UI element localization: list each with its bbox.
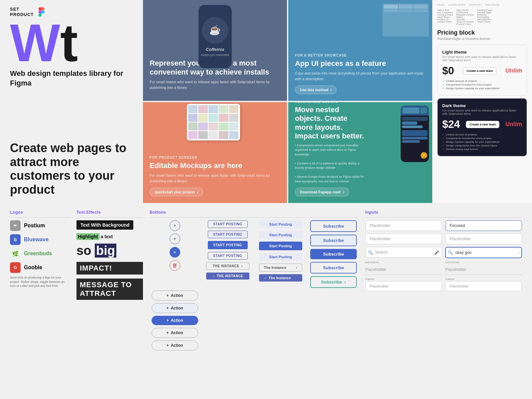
- light-theme-desc: For smart teams who want to release appl…: [442, 55, 522, 62]
- logo-list: ✏ Postium b Bluewave 🌿 Greenbuds G Goobl…: [10, 220, 70, 273]
- hero-t: t: [60, 20, 78, 66]
- material-input-1[interactable]: Placeholder: [365, 265, 442, 275]
- te-normal-text: a text: [99, 234, 113, 239]
- action-outline-btn-1[interactable]: +Action: [152, 291, 198, 300]
- pricing-header: Pricing block: [437, 29, 527, 36]
- start-posting-outline-2[interactable]: START POSTING: [208, 231, 248, 238]
- placeholder-input-2[interactable]: Placeholder: [365, 234, 442, 244]
- card-3-cta[interactable]: Quickstart your project ›: [150, 188, 203, 196]
- instance-outline-btn[interactable]: THE INSTANCE ›: [206, 262, 249, 270]
- hero-subtitle: Web design templates library for Figma: [10, 69, 133, 88]
- card-mockups: FOR PRODUCT SCREENS Editable Mockups are…: [143, 102, 287, 203]
- showcase-mockup: [382, 3, 429, 37]
- te-big-so: so: [76, 244, 91, 258]
- card-3-label: FOR PRODUCT SCREENS: [150, 156, 280, 159]
- pricing-panel: Footer LEARN MORE SUPPORT Web Design Tak…: [432, 0, 532, 203]
- light-theme-price: $0: [442, 65, 454, 77]
- material-label-1: MATERIAL: [365, 261, 442, 264]
- text-effects-section: Text Effects Text With Background Highli…: [76, 210, 143, 392]
- subscribe-outline-btn-1[interactable]: Subscribe: [310, 220, 357, 232]
- greenbuds-name: Greenbuds: [24, 251, 52, 257]
- tablet-mockup: [187, 104, 243, 144]
- the-instance-dark-btn[interactable]: ←The Instance: [259, 274, 302, 282]
- focused-input[interactable]: Focused: [445, 220, 522, 231]
- action-outline-btn-2[interactable]: +Action: [152, 303, 198, 313]
- list-item: message to attract: [76, 279, 143, 300]
- start-posting-outline-1[interactable]: START POSTING: [208, 220, 248, 228]
- start-posting-light-2[interactable]: Start Posting: [259, 231, 302, 239]
- hero-cta: Create web pages to attract more custome…: [10, 141, 133, 196]
- greenbuds-icon: 🌿: [10, 248, 21, 259]
- card-1-desc: For smart teams who want to release apps…: [150, 79, 280, 90]
- material-wrapper-1: MATERIAL Placeholder: [365, 261, 442, 275]
- placeholder-input-3[interactable]: Placeholder: [445, 234, 522, 244]
- caption-wrapper-2: Caption Placeholder: [445, 278, 522, 291]
- subscribe-outline-btn-2[interactable]: Subscribe: [310, 235, 357, 246]
- card-rescalable: 🔔 RESCALABLE BLOCKS Move nested objects.…: [288, 102, 432, 203]
- subscribe-outline-btn-3[interactable]: Subscribe: [310, 262, 357, 274]
- brand-name-line1: SET: [10, 7, 34, 12]
- arrow-right-icon: ›: [519, 251, 520, 255]
- start-posting-light-3[interactable]: Start Posting: [259, 253, 302, 261]
- bluewave-icon: b: [10, 234, 21, 245]
- buttons-col-2: START POSTING START POSTING START POSTIN…: [202, 220, 253, 288]
- card-4-cta[interactable]: Download Fapapp now! ›: [295, 188, 349, 196]
- start-posting-solid-1[interactable]: START POSTING: [208, 241, 248, 249]
- logos-section: Logos ✏ Postium b Bluewave 🌿 Greenbuds G…: [10, 210, 70, 392]
- card-3-desc: For smart teams who want to release apps…: [150, 173, 280, 184]
- action-outline-btn-3[interactable]: +Action: [152, 328, 198, 338]
- dark-theme-desc: For smart teams who want to release appl…: [442, 109, 522, 115]
- logos-desc: Save time on producing a logo for your p…: [10, 276, 70, 288]
- circle-plus-filled-btn[interactable]: +: [170, 247, 180, 258]
- action-outline-btn-4[interactable]: +Action: [152, 340, 198, 350]
- subscribe-solid-btn[interactable]: Subscribe: [310, 249, 357, 259]
- postium-name: Postium: [24, 223, 45, 229]
- card-app-installs: ☕ Coffeinia Keeps you motivated Represen…: [143, 0, 287, 101]
- phone-app-name: Coffeinia: [206, 47, 224, 52]
- caption-input-1[interactable]: Placeholder: [365, 281, 442, 291]
- the-instance-light-btn[interactable]: The Instance›: [259, 264, 302, 272]
- card-2-cta[interactable]: Use this method ›: [295, 86, 336, 94]
- material-input-2[interactable]: Placeholder: [445, 265, 522, 275]
- search-icon: 🔍: [368, 250, 373, 255]
- material-wrapper-2: MATERIAL Placeholder: [445, 261, 522, 275]
- light-theme-title: Light theme: [442, 50, 522, 55]
- circle-delete-btn[interactable]: 🗑: [170, 260, 180, 271]
- start-posting-solid-2[interactable]: Start Posting: [259, 242, 302, 250]
- list-item: 🌿 Greenbuds: [10, 248, 70, 259]
- te-impact2-text: message to attract: [76, 279, 143, 300]
- cards-grid: ☕ Coffeinia Keeps you motivated Represen…: [143, 0, 432, 203]
- dark-theme-title: Dark theme: [442, 103, 522, 108]
- start-posting-outline-3[interactable]: START POSTING: [208, 252, 248, 260]
- light-theme-cta[interactable]: Create a new team: [463, 67, 496, 75]
- dark-theme-cta[interactable]: Create a new team: [466, 121, 499, 128]
- card-3-title: Editable Mockups are here: [150, 161, 280, 170]
- search-input-1[interactable]: Search: [365, 247, 442, 258]
- search-wrapper-2[interactable]: 🔍 okay goo ›: [445, 247, 522, 258]
- list-item: Impact!: [76, 262, 143, 275]
- bluewave-name: Bluewave: [24, 237, 49, 243]
- light-theme-features: ✓ Limited amount of projects ✓ Component…: [442, 80, 522, 90]
- phone-app-tagline: Keeps you motivated: [201, 53, 229, 57]
- circle-plus-btn-2[interactable]: +: [170, 234, 180, 244]
- gooble-icon: G: [10, 262, 21, 273]
- start-posting-light-1[interactable]: Start Posting: [259, 220, 302, 228]
- caption-input-2[interactable]: Placeholder: [445, 281, 522, 291]
- inputs-row-5: Caption Placeholder Caption Placeholder: [365, 278, 522, 291]
- buttons-col-5: +Action +Action +Action +Action +Action: [150, 291, 200, 350]
- instance-solid-btn[interactable]: ← THE INSTANCE: [206, 273, 249, 280]
- list-item: b Bluewave: [10, 234, 70, 245]
- postium-icon: ✏: [10, 220, 21, 231]
- top-nav-hint: Footer LEARN MORE SUPPORT Web Design: [437, 3, 527, 6]
- search-icon-2: 🔍: [448, 250, 453, 255]
- circle-plus-btn-1[interactable]: +: [170, 220, 180, 231]
- list-item: Text With Background: [76, 220, 143, 230]
- list-item: ✏ Postium: [10, 220, 70, 231]
- subscribe-teal-btn[interactable]: Subscribe ›: [310, 276, 357, 288]
- placeholder-input-1[interactable]: Placeholder: [365, 220, 442, 231]
- card-4-label: RESCALABLE BLOCKS: [295, 102, 367, 103]
- search-input-typed[interactable]: okay goo: [445, 247, 522, 258]
- search-wrapper-1[interactable]: 🔍 Search 🎤: [365, 247, 442, 258]
- material-label-2: MATERIAL: [445, 261, 522, 264]
- action-solid-btn[interactable]: +Action: [152, 316, 198, 325]
